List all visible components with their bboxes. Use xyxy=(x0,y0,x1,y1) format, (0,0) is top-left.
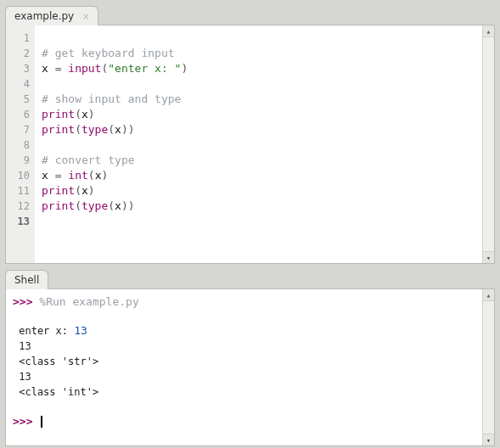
code-line[interactable]: # get keyboard input xyxy=(42,46,475,61)
code-line[interactable] xyxy=(42,31,475,46)
shell-line: 13 xyxy=(13,339,475,354)
code-token: # show input and type xyxy=(42,92,181,105)
code-token: x xyxy=(42,62,55,75)
code-token: ( xyxy=(88,169,95,182)
code-line[interactable]: print(x) xyxy=(42,183,475,199)
code-token: int xyxy=(68,169,87,182)
close-icon[interactable]: × xyxy=(82,12,89,21)
code-token: )) xyxy=(121,199,135,212)
shell-text: <class 'int'> xyxy=(13,386,98,398)
code-line[interactable]: x = int(x) xyxy=(42,168,475,183)
code-line[interactable]: print(x) xyxy=(42,107,475,122)
code-token: # convert type xyxy=(42,154,135,166)
shell-line: >>> xyxy=(13,414,475,428)
line-number: 11 xyxy=(9,183,30,199)
shell-text: <class 'str'> xyxy=(13,356,98,367)
shell-line: enter x: 13 xyxy=(13,323,475,339)
code-token: ) xyxy=(101,169,108,182)
shell-line: <class 'str'> xyxy=(13,354,475,369)
editor-panel: example.py × 12345678910111213 # get key… xyxy=(5,5,495,264)
code-token: ) xyxy=(181,62,188,75)
code-token: "enter x: " xyxy=(108,62,181,75)
code-line[interactable] xyxy=(42,76,475,92)
line-number: 1 xyxy=(9,31,30,46)
line-number: 3 xyxy=(9,61,30,76)
shell-user-input: 13 xyxy=(74,324,87,337)
code-token: ( xyxy=(75,108,81,120)
line-gutter: 12345678910111213 xyxy=(6,25,35,263)
code-token: ( xyxy=(108,199,115,212)
shell-line: <class 'int'> xyxy=(13,384,475,400)
editor-scrollbar[interactable]: ▴ ▾ xyxy=(482,25,494,263)
editor-tab-label: example.py xyxy=(14,10,74,22)
shell-line xyxy=(13,309,475,323)
code-token: print xyxy=(42,184,75,197)
code-token: )) xyxy=(121,123,135,136)
shell-text: 13 xyxy=(13,340,31,352)
code-area[interactable]: # get keyboard inputx = input("enter x: … xyxy=(35,25,482,263)
code-token: ) xyxy=(88,108,95,120)
code-token: x xyxy=(81,184,88,197)
code-line[interactable]: x = input("enter x: ") xyxy=(42,61,475,76)
code-token: input xyxy=(68,62,101,75)
code-token: x xyxy=(115,199,121,212)
scroll-up-icon[interactable]: ▴ xyxy=(483,289,494,301)
code-token: print xyxy=(42,199,75,212)
code-token: type xyxy=(81,199,108,212)
code-line[interactable] xyxy=(42,214,475,229)
shell-text: enter x: xyxy=(13,325,74,337)
shell-line: 13 xyxy=(13,369,475,384)
shell-line xyxy=(13,400,475,414)
code-token: print xyxy=(42,123,75,136)
code-token: print xyxy=(42,108,75,120)
shell-panel: Shell >>> %Run example.py enter x: 13 13… xyxy=(5,269,495,446)
line-number: 5 xyxy=(9,92,30,107)
code-token: ( xyxy=(75,184,81,197)
shell-prompt: >>> xyxy=(13,415,32,428)
code-token: x xyxy=(42,169,55,182)
shell-run-command: %Run example.py xyxy=(39,295,138,308)
code-token: ) xyxy=(88,184,95,197)
code-token: type xyxy=(81,123,108,136)
cursor xyxy=(41,416,42,428)
line-number: 10 xyxy=(9,168,30,183)
code-line[interactable] xyxy=(42,137,475,153)
code-token: x xyxy=(115,123,121,136)
shell-tab[interactable]: Shell xyxy=(5,270,48,289)
code-line[interactable]: # show input and type xyxy=(42,92,475,107)
line-number: 12 xyxy=(9,199,30,214)
line-number: 8 xyxy=(9,137,30,153)
line-number: 7 xyxy=(9,122,30,137)
code-line[interactable]: # convert type xyxy=(42,153,475,168)
scroll-up-icon[interactable]: ▴ xyxy=(483,25,494,37)
code-token: ( xyxy=(75,199,81,212)
shell-output[interactable]: >>> %Run example.py enter x: 13 13 <clas… xyxy=(6,289,482,435)
line-number: 13 xyxy=(9,214,30,229)
shell-prompt: >>> xyxy=(13,295,32,308)
editor-area[interactable]: 12345678910111213 # get keyboard inputx … xyxy=(5,25,495,264)
code-token: ( xyxy=(75,123,81,136)
line-number: 4 xyxy=(9,76,30,92)
shell-line: >>> %Run example.py xyxy=(13,294,475,309)
shell-scrollbar[interactable]: ▴ ▾ xyxy=(482,289,494,445)
line-number: 2 xyxy=(9,46,30,61)
shell-tab-label: Shell xyxy=(14,274,39,286)
code-token: x xyxy=(81,108,88,120)
line-number: 9 xyxy=(9,153,30,168)
scroll-down-icon[interactable]: ▾ xyxy=(483,434,494,445)
shell-area[interactable]: >>> %Run example.py enter x: 13 13 <clas… xyxy=(5,288,495,446)
code-line[interactable]: print(type(x)) xyxy=(42,122,475,137)
code-line[interactable]: print(type(x)) xyxy=(42,199,475,214)
line-number: 6 xyxy=(9,107,30,122)
code-token: # get keyboard input xyxy=(42,47,175,59)
scroll-down-icon[interactable]: ▾ xyxy=(483,251,494,263)
shell-text: 13 xyxy=(13,371,31,383)
code-token: ( xyxy=(108,123,115,136)
editor-tab[interactable]: example.py × xyxy=(5,6,98,25)
